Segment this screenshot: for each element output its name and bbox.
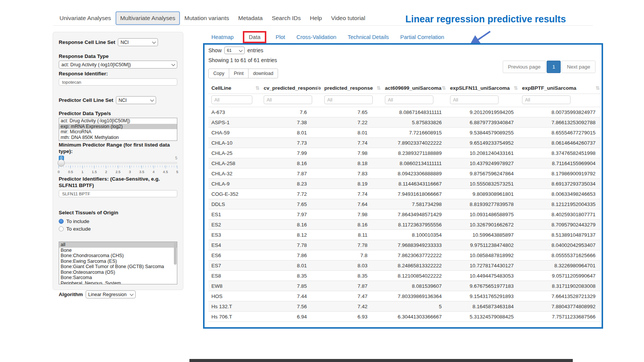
entries-select-control[interactable]: 61 [224,47,245,54]
next-page-button[interactable]: Next page [561,61,596,73]
tab-cross-validation[interactable]: Cross-Validation [296,34,336,40]
predictor-cell-line-set-label: Predictor Cell Line Set [59,97,113,103]
column-filter-input[interactable] [264,95,312,104]
page-1-button[interactable]: 1 [547,61,561,73]
column-header-predicted-response[interactable]: predicted_response⇅ [321,83,382,94]
expbptf-cell: 8.69137293735034 [519,179,601,189]
tissue-option[interactable]: Bone [59,248,177,253]
algorithm-select-control[interactable]: Linear Regression [86,290,136,298]
tab-partial-correlation[interactable]: Partial Correlation [400,34,444,40]
act609699-cell: 8.081539607 [382,281,447,291]
cellline-cell: CHLA-258 [208,158,261,169]
response-identifier-input[interactable] [59,78,177,86]
entries-select[interactable]: 61 [224,47,245,54]
tissue-listbox[interactable]: all Bone Bone:Chondrosarcoma (CHS) Bone:… [59,242,177,284]
tab-technical-details[interactable]: Technical Details [348,34,389,40]
column-header-cv-predicted-response[interactable]: cv_predicted_response⇅ [261,83,321,94]
tissue-option[interactable]: Bone:Sarcoma [59,275,177,281]
nav-multivariate-analyses[interactable]: Multivariate Analyses [116,11,180,25]
predictor-identifiers-input[interactable] [59,190,177,197]
column-filter-input[interactable] [324,95,373,104]
analysis-settings-sidebar: Response Cell Line Set NCI Response Data… [53,32,183,290]
response-cell-line-set-select-control[interactable]: NCI [118,38,158,46]
expbptf-cell: 8.65554677279015 [519,128,601,138]
expbptf-cell: 8.00735993824977 [519,107,601,117]
cv-predicted-response-cell: 8.35 [261,271,321,281]
act609699-cell: 8.100010354 [382,230,447,240]
expbptf-cell: 8.12121952004335 [519,199,601,209]
table-row: HOS 7.44 7.47 7.80339869136364 9.1543176… [208,291,601,301]
response-cell-line-set-select[interactable]: NCI [118,38,158,46]
expslfn11-cell: 5.31324579088425 [447,312,519,322]
previous-page-button[interactable]: Previous page [503,61,546,73]
act609699-cell: 7.581734298 [382,199,447,209]
export-toolbar: Copy Print download [208,69,278,78]
nav-mutation-variants[interactable]: Mutation variants [180,11,234,25]
min-predictor-range-slider[interactable]: 0 5 0 0.5 1 1.5 2 2.5 3 3.5 4 [59,156,177,174]
nav-video-tutorial[interactable]: Video tutorial [327,11,370,25]
algorithm-select[interactable]: Linear Regression [86,290,136,298]
tab-plot[interactable]: Plot [275,34,285,40]
nav-search-ids[interactable]: Search IDs [267,11,305,25]
predicted-response-cell: 8.11 [321,230,382,240]
slider-tick: 0.5 [68,165,73,174]
response-data-type-select-control[interactable]: act: Drug Activity (-log10[IC50M]) [59,61,177,69]
column-filter-input[interactable] [450,95,499,104]
column-header-act609699[interactable]: act609699_uniSarcoma⇅ [382,83,447,94]
expslfn11-cell: 9.65149233754952 [447,138,519,148]
window-edge [189,359,573,362]
predictor-data-types-listbox[interactable]: act: Drug Activity (-log10[IC50M]) exp: … [59,118,177,141]
tissue-option[interactable]: Bone:Chondrosarcoma (CHS) [59,253,177,259]
slider-tick: 2.5 [116,165,120,174]
copy-button[interactable]: Copy [208,69,229,78]
column-header-cellline[interactable]: CellLine⇅ [208,83,261,94]
download-button[interactable]: download [248,69,278,78]
act609699-cell: 8.11446343116667 [382,179,447,189]
results-tab-bar: Heatmap Data Plot Cross-Validation Techn… [211,33,444,42]
slider-handle[interactable] [58,159,65,167]
slider-track[interactable] [59,162,177,164]
algorithm-label: Algorithm [59,291,83,298]
tissue-include-radio[interactable]: To include [59,217,177,225]
listbox-scrollbar[interactable] [174,243,177,265]
predictor-cell-line-set-select-control[interactable]: NCI [116,96,156,104]
column-filter-input[interactable] [522,95,571,104]
entries-suffix: entries [247,47,263,53]
act609699-cell: 7.94931618066667 [382,189,447,199]
table-filter-row [208,94,601,107]
tissue-option[interactable]: Bone:Giant Cell Tumor of Bone (GCTB) Sar… [59,264,177,270]
column-header-expslfn11[interactable]: expSLFN11_uniSarcoma⇅ [447,83,519,94]
column-filter-input[interactable] [211,95,252,104]
radio-label: To exclude [66,226,91,232]
predictor-cell-line-set-select[interactable]: NCI [116,96,156,104]
tissue-option[interactable]: Bone:Ewing Sarcoma (ES) [59,259,177,264]
tab-data[interactable]: Data [243,31,267,43]
predictor-data-type-option[interactable]: mir: MicroRNA [59,129,177,135]
cellline-cell: ES2 [208,220,261,230]
predictor-data-type-option[interactable]: act: Drug Activity (-log10[IC50M]) [59,118,177,124]
cv-predicted-response-cell: 7.99 [261,148,321,158]
tissue-option[interactable]: Peripheral_Nervous_System [59,281,177,285]
tissue-option[interactable]: Bone:Osteosarcoma (OS) [59,270,177,275]
response-data-type-select[interactable]: act: Drug Activity (-log10[IC50M]) [59,61,177,69]
act609699-cell: 5.875833826 [382,117,447,128]
predictor-data-type-option[interactable]: mth: DNA 850K Methylation [59,135,177,140]
column-filter-input[interactable] [385,95,433,104]
cellline-cell: ES3 [208,230,261,240]
tissue-exclude-radio[interactable]: To exclude [59,225,177,232]
print-button[interactable]: Print [229,69,249,78]
act609699-cell: 5 [382,301,447,312]
nav-univariate-analyses[interactable]: Univariate Analyses [55,11,116,25]
table-row: CHLA-32 7.87 7.83 8.09423306888889 9.875… [208,169,601,179]
nav-help[interactable]: Help [305,11,327,25]
cv-predicted-response-cell: 7.65 [261,199,321,209]
predictor-data-type-option[interactable]: exp: mRNA Expression (log2) [59,124,177,130]
column-header-expbptf[interactable]: expBPTF_uniSarcoma⇅ [519,83,601,94]
tissue-option[interactable]: all [59,242,177,248]
nav-metadata[interactable]: Metadata [234,11,267,25]
expslfn11-cell: 10.2081240433161 [447,148,519,158]
table-row: ASPS-1 7.38 7.22 5.875833826 6.887977393… [208,117,601,128]
expbptf-cell: 8.40259301807771 [519,209,601,220]
tab-heatmap[interactable]: Heatmap [211,34,234,40]
table-row: COG-E-352 7.72 7.74 7.94931618066667 9.8… [208,189,601,199]
